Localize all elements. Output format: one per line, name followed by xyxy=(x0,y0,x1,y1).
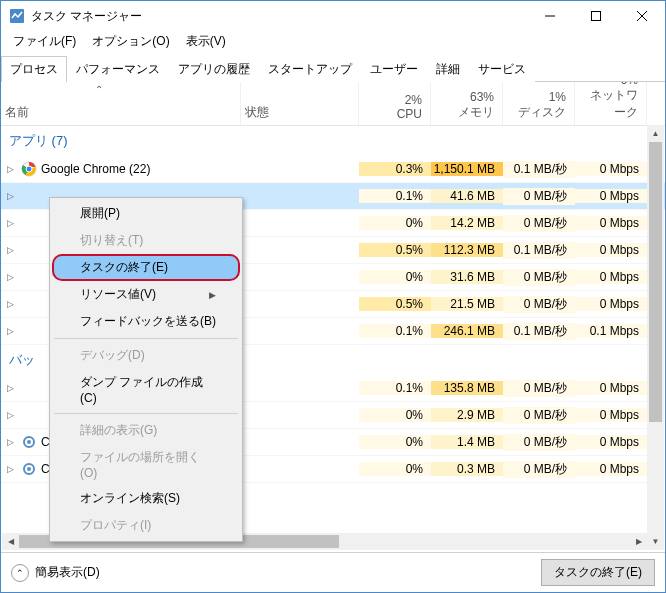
footer: ⌃ 簡易表示(D) タスクの終了(E) xyxy=(1,552,665,592)
cell-disk: 0 MB/秒 xyxy=(503,296,575,313)
tab-apphistory[interactable]: アプリの履歴 xyxy=(169,56,259,82)
expand-icon[interactable]: ▷ xyxy=(7,191,17,201)
vertical-scrollbar[interactable]: ▲ ▼ xyxy=(647,125,664,550)
col-name[interactable]: 名前 xyxy=(1,82,241,125)
cell-memory: 135.8 MB xyxy=(431,381,503,395)
ctx-expand[interactable]: 展開(P) xyxy=(52,200,240,227)
expand-icon[interactable]: ▷ xyxy=(7,326,17,336)
cell-network: 0 Mbps xyxy=(575,189,647,203)
tab-bar: プロセス パフォーマンス アプリの履歴 スタートアップ ユーザー 詳細 サービス xyxy=(1,55,665,82)
ctx-feedback[interactable]: フィードバックを送る(B) xyxy=(52,308,240,335)
app-icon xyxy=(21,215,37,231)
ctx-dump[interactable]: ダンプ ファイルの作成(C) xyxy=(52,369,240,410)
scroll-left-icon[interactable]: ◀ xyxy=(2,533,19,550)
scroll-up-icon[interactable]: ▲ xyxy=(647,125,664,142)
sort-indicator-icon: ⌃ xyxy=(95,84,103,95)
separator xyxy=(54,413,238,414)
cell-network: 0 Mbps xyxy=(575,162,647,176)
cell-network: 0 Mbps xyxy=(575,381,647,395)
ctx-endtask[interactable]: タスクの終了(E) xyxy=(52,254,240,281)
window-controls xyxy=(527,1,665,31)
cell-disk: 0 MB/秒 xyxy=(503,188,575,205)
cell-disk: 0.1 MB/秒 xyxy=(503,242,575,259)
cell-cpu: 0.1% xyxy=(359,381,431,395)
close-button[interactable] xyxy=(619,1,665,31)
group-apps[interactable]: アプリ (7) xyxy=(1,126,665,156)
col-disk[interactable]: 1%ディスク xyxy=(503,82,575,125)
col-memory[interactable]: 63%メモリ xyxy=(431,82,503,125)
tab-users[interactable]: ユーザー xyxy=(361,56,427,82)
end-task-button[interactable]: タスクの終了(E) xyxy=(541,559,655,586)
app-icon xyxy=(21,380,37,396)
menu-view[interactable]: 表示(V) xyxy=(180,31,232,52)
cell-memory: 31.6 MB xyxy=(431,270,503,284)
app-icon xyxy=(21,407,37,423)
cell-disk: 0 MB/秒 xyxy=(503,215,575,232)
expand-icon[interactable]: ▷ xyxy=(7,299,17,309)
chevron-right-icon: ▶ xyxy=(209,290,216,300)
ctx-openloc: ファイルの場所を開く(O) xyxy=(52,444,240,485)
cell-disk: 0 MB/秒 xyxy=(503,380,575,397)
scroll-right-icon[interactable]: ▶ xyxy=(630,533,647,550)
app-icon xyxy=(21,461,37,477)
table-row[interactable]: ▷Google Chrome (22)0.3%1,150.1 MB0.1 MB/… xyxy=(1,156,665,183)
menu-options[interactable]: オプション(O) xyxy=(86,31,175,52)
menu-file[interactable]: ファイル(F) xyxy=(7,31,82,52)
app-icon xyxy=(21,296,37,312)
cell-memory: 246.1 MB xyxy=(431,324,503,338)
app-icon xyxy=(21,323,37,339)
col-cpu[interactable]: 2%CPU xyxy=(359,82,431,125)
context-menu: 展開(P) 切り替え(T) タスクの終了(E) リソース値(V)▶ フィードバッ… xyxy=(49,197,243,542)
tab-performance[interactable]: パフォーマンス xyxy=(67,56,169,82)
cell-cpu: 0.1% xyxy=(359,189,431,203)
app-icon xyxy=(21,242,37,258)
app-icon xyxy=(21,188,37,204)
cell-cpu: 0% xyxy=(359,216,431,230)
col-network[interactable]: 0%ネットワーク xyxy=(575,82,647,125)
cell-disk: 0 MB/秒 xyxy=(503,434,575,451)
col-status[interactable]: 状態 xyxy=(241,82,359,125)
expand-icon[interactable]: ▷ xyxy=(7,164,17,174)
cell-disk: 0 MB/秒 xyxy=(503,269,575,286)
ctx-props: プロパティ(I) xyxy=(52,512,240,539)
expand-icon[interactable]: ▷ xyxy=(7,272,17,282)
taskmgr-icon xyxy=(9,8,25,24)
ctx-resource[interactable]: リソース値(V)▶ xyxy=(52,281,240,308)
cell-memory: 1,150.1 MB xyxy=(431,162,503,176)
cell-memory: 2.9 MB xyxy=(431,408,503,422)
tab-services[interactable]: サービス xyxy=(469,56,535,82)
chevron-up-icon: ⌃ xyxy=(11,564,29,582)
cell-disk: 0.1 MB/秒 xyxy=(503,161,575,178)
cell-memory: 1.4 MB xyxy=(431,435,503,449)
separator xyxy=(54,338,238,339)
app-icon xyxy=(21,161,37,177)
fewer-details[interactable]: ⌃ 簡易表示(D) xyxy=(11,564,100,582)
maximize-button[interactable] xyxy=(573,1,619,31)
tab-startup[interactable]: スタートアップ xyxy=(259,56,361,82)
scroll-down-icon[interactable]: ▼ xyxy=(647,533,664,550)
process-name: Google Chrome (22) xyxy=(41,162,150,176)
cell-network: 0 Mbps xyxy=(575,270,647,284)
cell-network: 0 Mbps xyxy=(575,435,647,449)
cell-network: 0 Mbps xyxy=(575,297,647,311)
cell-disk: 0 MB/秒 xyxy=(503,461,575,478)
cell-disk: 0.1 MB/秒 xyxy=(503,323,575,340)
expand-icon[interactable]: ▷ xyxy=(7,245,17,255)
expand-icon[interactable]: ▷ xyxy=(7,410,17,420)
ctx-switch: 切り替え(T) xyxy=(52,227,240,254)
expand-icon[interactable]: ▷ xyxy=(7,383,17,393)
cell-network: 0 Mbps xyxy=(575,216,647,230)
tab-processes[interactable]: プロセス xyxy=(1,56,67,82)
minimize-button[interactable] xyxy=(527,1,573,31)
expand-icon[interactable]: ▷ xyxy=(7,218,17,228)
ctx-online[interactable]: オンライン検索(S) xyxy=(52,485,240,512)
ctx-debug: デバッグ(D) xyxy=(52,342,240,369)
scroll-thumb[interactable] xyxy=(649,142,662,422)
cell-cpu: 0% xyxy=(359,435,431,449)
expand-icon[interactable]: ▷ xyxy=(7,437,17,447)
expand-icon[interactable]: ▷ xyxy=(7,464,17,474)
tab-details[interactable]: 詳細 xyxy=(427,56,469,82)
svg-rect-2 xyxy=(592,12,601,21)
cell-memory: 14.2 MB xyxy=(431,216,503,230)
cell-network: 0.1 Mbps xyxy=(575,324,647,338)
